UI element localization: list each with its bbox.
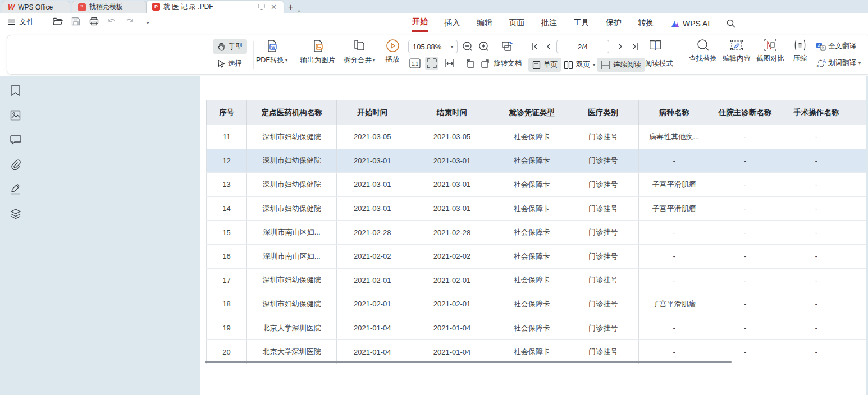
edit-content-button[interactable]: 编辑内容 (719, 39, 754, 63)
table-cell: 2021-03-01 (337, 173, 408, 197)
tab-edit[interactable]: 编辑 (477, 16, 492, 31)
wps-ai-button[interactable]: WPS AI (670, 19, 710, 28)
table-cell: - (780, 221, 852, 245)
table-cell: - (638, 316, 710, 340)
content-area: 序号定点医药机构名称开始时间结束时间就诊凭证类型医疗类别病种名称住院主诊断名称手… (0, 76, 868, 395)
pdf-convert-button[interactable]: W PDF转换▾ (250, 39, 294, 65)
tab-list-chevron-icon[interactable]: ⌄ (296, 7, 301, 13)
table-cell: 2021-03-05 (337, 125, 408, 149)
ribbon-tabs: 开始 插入 编辑 页面 批注 工具 保护 转换 WPS AI (412, 15, 735, 32)
table-cell: 深圳市妇幼保健院 (247, 149, 337, 173)
export-image-button[interactable]: 输出为图片 (296, 39, 340, 65)
read-mode-button[interactable]: 阅读模式 (645, 59, 673, 68)
table-cell: - (710, 173, 780, 197)
play-button[interactable]: 播放 (372, 39, 413, 65)
rotate-document-button[interactable]: 旋转文档 (494, 59, 522, 68)
redo-icon[interactable] (124, 16, 135, 27)
continuous-read-icon (601, 61, 610, 70)
continuous-read-button[interactable]: 连续阅读 (597, 58, 645, 72)
zoom-in-icon[interactable] (477, 40, 491, 53)
svg-text:文: 文 (821, 45, 825, 50)
table-cell: 2021-02-01 (337, 292, 408, 316)
tab-label: WPS Office (18, 3, 53, 11)
rotate-right-icon[interactable] (479, 57, 492, 70)
undo-icon[interactable] (106, 16, 117, 27)
first-page-icon[interactable] (528, 40, 542, 53)
table-cell: - (780, 125, 852, 149)
pdf-page[interactable]: 序号定点医药机构名称开始时间结束时间就诊凭证类型医疗类别病种名称住院主诊断名称手… (200, 76, 866, 395)
bookmark-icon[interactable] (10, 84, 22, 97)
attachment-icon[interactable] (10, 158, 22, 171)
more-actions-chevron-icon[interactable]: ⌄ (142, 16, 153, 27)
file-menu-button[interactable]: 文件 (8, 17, 34, 27)
fit-page-icon[interactable] (425, 57, 438, 70)
fit-width-icon[interactable] (443, 57, 456, 70)
hand-tool-button[interactable]: 手型 (213, 39, 247, 54)
open-file-icon[interactable] (52, 16, 63, 27)
table-cell: 社会保障卡 (496, 316, 568, 340)
divider (44, 16, 44, 26)
compress-button[interactable]: 压缩 (788, 39, 812, 63)
full-translate-icon: A 文 (816, 42, 826, 51)
layers-icon[interactable] (10, 208, 22, 220)
table-row: 14深圳市妇幼保健院2021-03-012021-03-01社会保障卡门诊挂号子… (207, 196, 866, 221)
print-icon[interactable] (88, 16, 99, 27)
screenshot-compare-button[interactable]: 截图对比 (753, 39, 788, 63)
page-number-input[interactable]: 2/4 (556, 40, 609, 53)
rotate-pages-icon[interactable] (500, 40, 514, 53)
table-cell: - (638, 268, 710, 292)
screen-share-icon[interactable] (257, 3, 266, 10)
tab-convert[interactable]: 转换 (638, 16, 654, 31)
table-cell: - (638, 244, 710, 268)
table-cell: 子宫平滑肌瘤 (638, 196, 710, 221)
tab-docer[interactable]: ❞ 找稻壳模板 (72, 1, 147, 13)
table-header-row: 序号定点医药机构名称开始时间结束时间就诊凭证类型医疗类别病种名称住院主诊断名称手… (207, 100, 866, 125)
navigation-icon-strip (0, 76, 31, 220)
close-tab-icon[interactable]: ✕ (269, 3, 278, 11)
save-icon[interactable] (70, 16, 81, 27)
thumbnails-icon[interactable] (10, 109, 22, 121)
word-translate-button[interactable]: A x 划词翻译 ▾ (816, 58, 861, 68)
table-cell: - (710, 292, 780, 316)
tab-insert[interactable]: 插入 (445, 16, 460, 31)
double-page-button[interactable]: 双页 ▾ (560, 58, 599, 72)
new-tab-button[interactable]: + (288, 2, 293, 13)
last-page-icon[interactable] (628, 40, 642, 53)
table-cell: 20 (207, 340, 247, 364)
select-tool-button[interactable]: 选择 (213, 56, 246, 71)
full-translate-button[interactable]: A 文 全文翻译 (816, 42, 856, 51)
table-cell: 13 (207, 173, 247, 197)
tab-protect[interactable]: 保护 (606, 16, 622, 31)
tab-home[interactable]: 开始 (412, 15, 428, 32)
signature-icon[interactable] (10, 183, 22, 195)
double-page-icon (564, 61, 573, 70)
tab-comment[interactable]: 批注 (541, 16, 557, 31)
tab-document[interactable]: P 就 医 记 录 .PDF ✕ (147, 1, 284, 13)
prev-page-icon[interactable] (542, 40, 555, 53)
single-page-button[interactable]: 单页 (528, 58, 561, 72)
table-row: 17深圳市妇幼保健院2021-02-012021-02-01社会保障卡门诊挂号-… (207, 268, 866, 292)
tab-wps-office[interactable]: W WPS Office (2, 1, 70, 13)
tab-page[interactable]: 页面 (509, 16, 525, 31)
read-mode-icon[interactable] (648, 39, 662, 52)
table-cell: - (710, 316, 780, 340)
zoom-level-select[interactable]: 105.88% ▾ (408, 40, 458, 53)
table-cell (852, 316, 866, 340)
search-icon[interactable] (727, 19, 735, 28)
toolbar: 手型 选择 W PDF转换▾ 输出为图片 拆分合并▾ 播放 105.8 (7, 35, 868, 75)
actual-size-icon[interactable]: 1:1 (408, 57, 422, 70)
table-cell: 门诊挂号 (568, 316, 638, 340)
tab-tools[interactable]: 工具 (574, 16, 590, 31)
table-cell: 门诊挂号 (568, 221, 638, 245)
svg-text:A: A (823, 58, 826, 64)
column-header: 手术操作名称 (780, 100, 852, 125)
comment-icon[interactable] (10, 134, 22, 146)
rotate-left-icon[interactable] (463, 57, 477, 70)
table-cell: - (710, 221, 780, 245)
docer-icon: ❞ (78, 3, 86, 11)
zoom-out-icon[interactable] (461, 40, 474, 53)
find-replace-button[interactable]: 查找替换 (686, 39, 720, 63)
next-page-icon[interactable] (614, 40, 627, 53)
table-row: 13深圳市妇幼保健院2021-03-012021-03-01社会保障卡门诊挂号子… (207, 173, 866, 197)
table-cell: 2021-03-01 (337, 196, 408, 221)
